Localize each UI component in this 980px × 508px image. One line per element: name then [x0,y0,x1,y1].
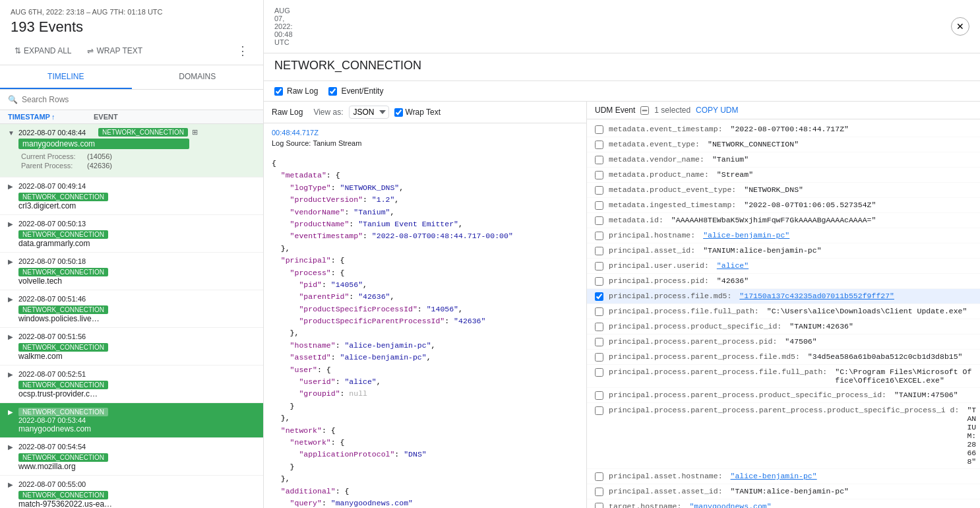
expand-arrow-icon: ▶ [8,443,15,451]
udm-field-checkbox[interactable] [595,262,603,270]
udm-label: UDM Event [595,106,635,115]
udm-field-value: "42636" [717,276,972,285]
udm-field-checkbox[interactable] [595,323,603,331]
more-options-button[interactable]: ⋮ [233,42,253,59]
udm-field-value[interactable]: "manygoodnews.com" [689,502,972,508]
wrap-text-check[interactable]: Wrap Text [394,108,441,117]
udm-field-checkbox[interactable] [595,472,603,481]
udm-field-checkbox[interactable] [595,503,603,508]
udm-row: metadata.event_timestamp:"2022-08-07T00:… [587,122,980,137]
event-row[interactable]: ▶ 2022-08-07 00:54:54 NETWORK_CONNECTION… [0,438,263,476]
udm-field-key: principal.process.pid: [609,276,709,285]
udm-row: principal.process.parent_process.file.fu… [587,365,980,388]
event-badge: NETWORK_CONNECTION [18,343,108,352]
wrap-text-checkbox[interactable] [394,108,403,117]
expand-arrow-icon: ▶ [8,481,15,488]
expand-arrow-icon: ▶ [8,183,15,190]
event-domain: ocsp.trust-provider.c… [18,389,108,398]
udm-field-key: metadata.event_type: [609,140,700,148]
event-row[interactable]: ▶ 2022-08-07 00:50:18 NETWORK_CONNECTION… [0,253,263,290]
right-panel: AUG 07, 2022: 00:48 UTC ✕ NETWORK_CONNEC… [264,0,980,508]
view-as-label: View as: [313,108,343,117]
udm-row: metadata.ingested_timestamp:"2022-08-07T… [587,198,980,213]
udm-field-checkbox[interactable] [595,141,603,149]
udm-field-value: "NETWORK_DNS" [744,185,972,194]
tab-timeline[interactable]: TIMELINE [0,65,132,89]
udm-field-key: principal.process.file.md5: [609,292,731,300]
event-badge: NETWORK_CONNECTION [18,491,108,499]
udm-field-checkbox[interactable] [595,125,603,134]
udm-field-checkbox[interactable] [595,488,603,496]
event-domain: match-975362022.us-ea… [18,499,112,508]
udm-field-checkbox[interactable] [595,307,603,316]
event-row[interactable]: ▼ 2022-08-07 00:48:44 NETWORK_CONNECTION… [0,124,263,177]
udm-field-value[interactable]: "alice-benjamin-pc" [703,231,972,239]
event-list: ▼ 2022-08-07 00:48:44 NETWORK_CONNECTION… [0,124,263,508]
udm-row: principal.user.userid:"alice" [587,259,980,274]
udm-field-checkbox[interactable] [595,156,603,164]
udm-row: principal.process.file.full_path:"C:\Use… [587,304,980,319]
wrap-text-button[interactable]: ⇌ WRAP TEXT [83,44,146,58]
event-row[interactable]: ▶ 2022-08-07 00:51:46 NETWORK_CONNECTION… [0,290,263,328]
udm-field-value: "47506" [785,337,972,346]
udm-field-value: "C:\Program Files\Microsoft Office\Offic… [835,367,972,385]
udm-field-value: "NETWORK_CONNECTION" [708,140,972,148]
expand-arrow-icon: ▶ [8,258,15,265]
raw-log-checkbox[interactable] [274,87,283,96]
udm-row: principal.hostname:"alice-benjamin-pc" [587,228,980,243]
udm-field-checkbox[interactable] [595,201,603,210]
event-row[interactable]: ▶ NETWORK_CONNECTION 2022-08-07 00:53:44… [0,403,263,438]
udm-field-checkbox[interactable] [595,186,603,195]
udm-field-checkbox[interactable] [595,353,603,362]
event-row[interactable]: ▶ 2022-08-07 00:55:00 NETWORK_CONNECTION… [0,476,263,508]
expand-arrow-icon: ▶ [8,333,15,340]
event-row[interactable]: ▶ 2022-08-07 00:52:51 NETWORK_CONNECTION… [0,365,263,403]
event-domain: manygoodnews.com [18,424,108,433]
udm-field-value[interactable]: "alice-benjamin-pc" [731,472,972,480]
udm-field-checkbox[interactable] [595,292,603,301]
search-input[interactable] [22,95,255,104]
event-row[interactable]: ▶ 2022-08-07 00:49:14 NETWORK_CONNECTION… [0,177,263,215]
copy-udm-button[interactable]: COPY UDM [696,106,738,115]
event-badge: NETWORK_CONNECTION [18,381,108,389]
udm-field-checkbox[interactable] [595,338,603,346]
udm-field-checkbox[interactable] [595,277,603,286]
raw-log-filter[interactable]: Raw Log [274,86,318,96]
event-extra-icon: ⊞ [192,128,198,137]
udm-field-key: principal.user.userid: [609,261,709,270]
udm-field-key: principal.process.product_specific_id: [609,322,781,331]
event-entity-checkbox[interactable] [328,87,337,96]
wrap-icon: ⇌ [87,46,94,55]
event-row[interactable]: ▶ 2022-08-07 00:50:13 NETWORK_CONNECTION… [0,215,263,253]
udm-field-checkbox[interactable] [595,406,603,415]
udm-select-all-checkbox[interactable] [640,106,649,115]
udm-field-checkbox[interactable] [595,368,603,377]
udm-field-checkbox[interactable] [595,216,603,225]
left-header: AUG 6TH, 2022: 23:18 – AUG 7TH: 01:18 UT… [0,0,263,65]
udm-row: metadata.vendor_name:"Tanium" [587,152,980,168]
timestamp-col-header[interactable]: TIMESTAMP ↑ [8,113,94,121]
udm-field-value: "TANIUM:alice-benjamin-pc" [703,246,972,255]
close-button[interactable]: ✕ [951,17,969,36]
event-entity-filter[interactable]: Event/Entity [328,86,383,96]
udm-field-checkbox[interactable] [595,171,603,179]
udm-field-key: metadata.id: [609,216,663,224]
right-top-bar: AUG 07, 2022: 00:48 UTC ✕ [264,0,980,53]
event-badge: NETWORK_CONNECTION [18,408,108,416]
udm-field-checkbox[interactable] [595,232,603,240]
tab-domains[interactable]: DOMAINS [132,65,264,89]
event-timestamp: 2022-08-07 00:50:18 [18,257,86,265]
format-select[interactable]: JSON [349,106,389,119]
udm-field-checkbox[interactable] [595,391,603,400]
udm-field-checkbox[interactable] [595,247,603,255]
udm-field-key: principal.process.parent_process.pid: [609,337,777,346]
udm-field-value[interactable]: "alice" [717,261,972,270]
expand-arrow-icon: ▶ [8,371,15,378]
udm-row: principal.process.pid:"42636" [587,274,980,289]
udm-field-key: metadata.ingested_timestamp: [609,201,736,209]
log-content: { "metadata": { "logType": "NETWORK_DNS"… [264,152,586,508]
expand-all-button[interactable]: ⇅ EXPAND ALL [11,44,75,58]
udm-field-value[interactable]: "17150a137c43235ad07011b552f9ff27" [739,292,972,300]
sort-asc-icon: ↑ [51,113,55,121]
event-row[interactable]: ▶ 2022-08-07 00:51:56 NETWORK_CONNECTION… [0,328,263,365]
